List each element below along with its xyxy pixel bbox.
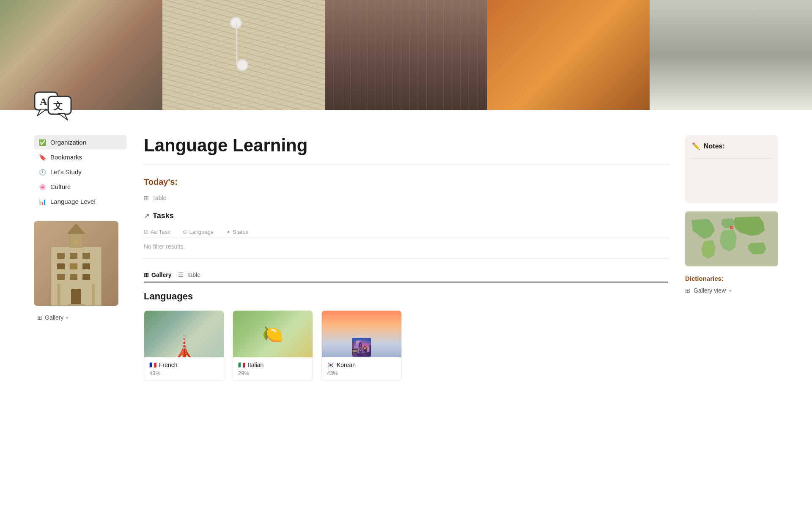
bookmark-icon: 🔖 (39, 154, 46, 161)
tasks-title-row: ↗ Tasks (144, 211, 668, 220)
sidebar-item-label: Language Level (50, 198, 96, 205)
notes-divider (692, 159, 771, 159)
table-tab-icon: ☰ (178, 271, 184, 278)
sidebar-item-bookmarks[interactable]: 🔖 Bookmarks (34, 150, 127, 164)
tasks-bottom-divider (144, 258, 668, 259)
svg-rect-22 (57, 284, 60, 306)
card-language-name-italian: 🇮🇹 Italian (238, 362, 307, 368)
tasks-title-label: Tasks (153, 211, 174, 220)
svg-rect-8 (57, 253, 65, 259)
main-container: ✅ Organization 🔖 Bookmarks 🕐 Let's Study… (0, 135, 812, 381)
todays-section: Today's: ⊞ Table (144, 177, 668, 201)
card-image-french (144, 311, 224, 357)
language-card-korean[interactable]: 🇰🇷 Korean 43% (321, 310, 402, 381)
gallery-grid-icon: ⊞ (37, 314, 42, 321)
pencil-icon: ✏️ (692, 142, 700, 150)
svg-text:文: 文 (53, 101, 63, 111)
gallery-tab-label: Gallery (151, 271, 171, 278)
language-card-italian[interactable]: 🇮🇹 Italian 29% (233, 310, 313, 381)
sidebar-item-label: Let's Study (50, 168, 82, 175)
right-panel: ✏️ Notes: (685, 135, 778, 381)
notes-title: Notes: (704, 143, 725, 150)
svg-rect-9 (70, 253, 77, 259)
tab-table[interactable]: ☰ Table (178, 271, 200, 282)
languages-gallery: ⊞ Gallery ☰ Table Languages 🇫🇷 French (144, 271, 668, 381)
svg-point-21 (74, 241, 78, 244)
card-image-korean (322, 311, 401, 357)
sidebar: ✅ Organization 🔖 Bookmarks 🕐 Let's Study… (34, 135, 127, 381)
building-svg (34, 221, 118, 306)
language-col-icon: ⊙ (183, 229, 187, 235)
svg-rect-20 (68, 304, 85, 306)
language-card-french[interactable]: 🇫🇷 French 43% (144, 310, 224, 381)
gallery-tabs: ⊞ Gallery ☰ Table (144, 271, 668, 282)
italian-flag: 🇮🇹 (238, 362, 245, 368)
clock-icon: 🕐 (39, 169, 46, 175)
card-image-italian (233, 311, 313, 357)
task-column-header: ☑ Aa Task (144, 229, 170, 235)
dictionaries-title: Dictionaries: (685, 275, 778, 282)
todays-title: Today's: (144, 177, 668, 187)
sidebar-item-label: Culture (50, 183, 71, 190)
card-body-french: 🇫🇷 French 43% (144, 357, 224, 381)
italian-name: Italian (248, 362, 263, 368)
italian-progress: 29% (238, 370, 307, 376)
svg-rect-14 (57, 274, 65, 280)
translate-icon-container: A 文 (34, 85, 72, 124)
checkbox-icon: ☑ (144, 229, 148, 235)
languages-section-title: Languages (144, 291, 668, 302)
sidebar-gallery-button[interactable]: ⊞ Gallery ▾ (34, 312, 127, 323)
language-column-header: ⊙ Language (183, 229, 214, 235)
sidebar-item-label: Organization (50, 139, 86, 146)
svg-rect-25 (685, 211, 778, 266)
sidebar-item-organization[interactable]: ✅ Organization (34, 135, 127, 149)
french-name: French (159, 362, 178, 368)
banner-segment-2 (162, 0, 325, 110)
sidebar-item-language-level[interactable]: 📊 Language Level (34, 195, 127, 208)
page-title: Language Learning (144, 135, 668, 156)
status-col-icon: ✦ (226, 229, 230, 235)
world-map (685, 211, 778, 266)
korean-progress: 43% (327, 370, 396, 376)
svg-rect-12 (70, 263, 77, 269)
korean-name: Korean (337, 362, 356, 368)
gallery-tab-icon: ⊞ (144, 271, 149, 278)
svg-rect-23 (92, 284, 95, 306)
dictionaries-gallery-icon: ⊞ (685, 287, 690, 294)
page-divider (144, 164, 668, 164)
banner-segment-4 (487, 0, 650, 110)
dictionaries-gallery-view[interactable]: ⊞ Gallery view ▾ (685, 285, 778, 296)
table-tab-label: Table (186, 271, 200, 278)
card-language-name-korean: 🇰🇷 Korean (327, 362, 396, 368)
check-icon: ✅ (39, 139, 46, 146)
svg-rect-10 (82, 253, 90, 259)
banner-segment-5 (650, 0, 812, 110)
dictionaries-chevron-icon: ▾ (729, 288, 732, 293)
card-body-italian: 🇮🇹 Italian 29% (233, 357, 313, 381)
sidebar-item-lets-study[interactable]: 🕐 Let's Study (34, 165, 127, 179)
status-column-header: ✦ Status (226, 229, 248, 235)
svg-rect-15 (70, 274, 77, 280)
sidebar-item-culture[interactable]: 🌸 Culture (34, 180, 127, 194)
svg-rect-13 (82, 263, 90, 269)
gallery-chevron-icon: ▾ (66, 315, 69, 321)
content-area: Language Learning Today's: ⊞ Table ↗ Tas… (144, 135, 668, 381)
earbuds-decoration (213, 8, 264, 85)
svg-rect-19 (71, 289, 81, 306)
language-cards-grid: 🇫🇷 French 43% 🇮🇹 Italian 29% (144, 310, 668, 381)
header-banner (0, 0, 812, 110)
gallery-button-label: Gallery (45, 314, 63, 321)
sidebar-building-image (34, 221, 118, 306)
culture-icon: 🌸 (39, 184, 46, 190)
notes-box: ✏️ Notes: (685, 135, 778, 203)
tab-gallery[interactable]: ⊞ Gallery (144, 271, 171, 282)
tasks-arrow-icon: ↗ (144, 212, 149, 220)
svg-text:A: A (40, 96, 47, 107)
svg-point-27 (731, 227, 732, 228)
svg-rect-11 (57, 263, 65, 269)
todays-table-header: ⊞ Table (144, 195, 668, 201)
french-progress: 43% (149, 370, 219, 376)
card-body-korean: 🇰🇷 Korean 43% (322, 357, 401, 381)
chart-icon: 📊 (39, 198, 46, 205)
korean-flag: 🇰🇷 (327, 362, 334, 368)
